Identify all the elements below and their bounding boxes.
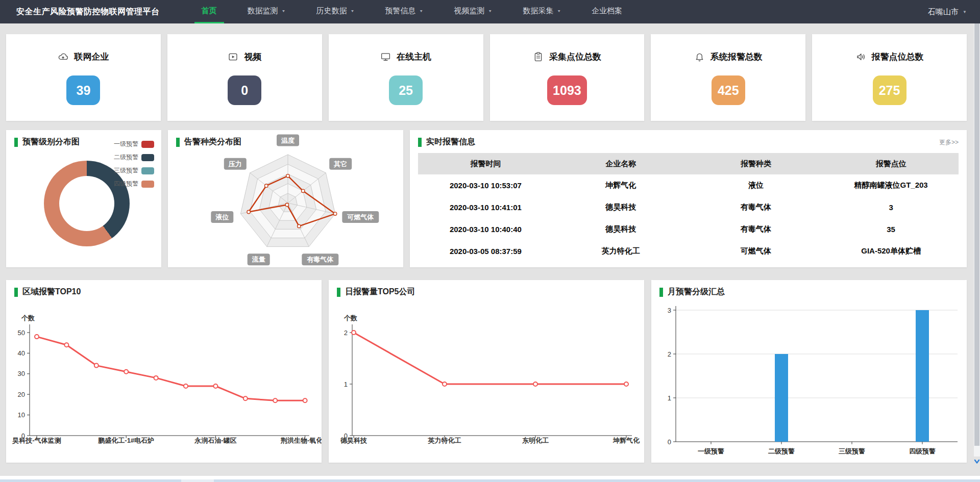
panel-daily-top5: 日报警量TOP5公司 012个数德昊科技英力特化工东明化工坤辉气化 — [329, 280, 644, 463]
bell-icon — [694, 52, 705, 62]
stat-value-badge: 425 — [712, 75, 745, 105]
legend-color-chip — [141, 154, 154, 161]
svg-text:20: 20 — [18, 391, 25, 398]
nav-item-home[interactable]: 首页 — [194, 0, 224, 23]
nav-item-warning-info[interactable]: 预警信息▼ — [378, 0, 430, 23]
svg-text:50: 50 — [18, 329, 25, 337]
alarm-cell: 德昊科技 — [553, 218, 689, 240]
nav-menu: 首页数据监测▼历史数据▼预警信息▼视频监测▼数据采集▼企业档案 — [186, 0, 638, 23]
legend-item[interactable]: 一级预警 — [114, 140, 154, 148]
svg-text:液位: 液位 — [215, 213, 229, 221]
stat-label: 在线主机 — [397, 51, 431, 63]
line-chart-region-top10: 01020304050个数昊科技-气体监测鹏盛化工-1#电石炉永润石油-罐区荆洪… — [14, 299, 313, 450]
svg-text:坤辉气化: 坤辉气化 — [612, 437, 640, 444]
panel-title: 区域报警TOP10 — [14, 287, 313, 297]
stat-card: 系统报警总数425 — [651, 34, 805, 121]
alarm-cell: 2020-03-10 10:53:07 — [418, 174, 553, 196]
svg-text:压力: 压力 — [228, 160, 242, 168]
title-marker — [14, 138, 18, 147]
legend-item[interactable]: 二级预警 — [114, 153, 154, 162]
more-link[interactable]: 更多>> — [939, 138, 959, 147]
nav-item-label: 企业档案 — [592, 6, 622, 16]
alarm-table: 报警时间企业名称报警种类报警点位 2020-03-10 10:53:07坤辉气化… — [418, 153, 959, 262]
stat-value-badge: 1093 — [547, 75, 587, 105]
nav-item-data-monitor[interactable]: 数据监测▼ — [240, 0, 293, 23]
legend-label: 一级预警 — [114, 140, 138, 148]
legend-item[interactable]: 四级预警 — [114, 180, 154, 188]
alarm-col-header: 报警点位 — [823, 153, 959, 174]
panel-title: 告警种类分布图 — [176, 137, 395, 147]
svg-text:0: 0 — [668, 438, 671, 446]
panel-title-text: 实时报警信息 — [426, 137, 475, 147]
alarm-cell: 2020-03-10 10:41:01 — [418, 196, 553, 218]
nav-item-label: 首页 — [202, 6, 217, 16]
alarm-cell: 有毒气体 — [689, 218, 824, 240]
panel-realtime-alarms: 实时报警信息 更多>> 报警时间企业名称报警种类报警点位 2020-03-10 … — [410, 130, 967, 267]
svg-text:可燃气体: 可燃气体 — [347, 213, 374, 221]
alarm-cell: 精醇南罐液位GT_203 — [823, 174, 959, 196]
nav-item-label: 数据采集 — [523, 6, 553, 16]
nav-item-history-data[interactable]: 历史数据▼ — [309, 0, 361, 23]
chevron-down-icon: ▼ — [282, 9, 286, 13]
nav-item-label: 预警信息 — [385, 6, 415, 16]
vertical-scrollbar[interactable] — [974, 23, 980, 456]
alarm-cell: 有毒气体 — [689, 196, 824, 218]
panel-title-text: 月预警分级汇总 — [668, 287, 725, 297]
panel-title-text: 区域报警TOP10 — [22, 287, 81, 297]
alarm-cell: 2020-03-05 08:37:59 — [418, 240, 553, 262]
panel-alarm-type-radar: 告警种类分布图 温度其它可燃气体有毒气体流量液位压力 — [168, 130, 403, 267]
chevron-down-icon: ▼ — [350, 9, 354, 13]
svg-text:个数: 个数 — [21, 314, 35, 322]
svg-text:英力特化工: 英力特化工 — [428, 437, 461, 444]
legend-label: 四级预警 — [114, 180, 138, 188]
alarm-cell: 德昊科技 — [553, 196, 689, 218]
scrollbar-thumb[interactable] — [974, 23, 979, 446]
svg-text:三级预警: 三级预警 — [839, 447, 865, 455]
clipboard-icon — [533, 52, 544, 62]
svg-text:30: 30 — [18, 370, 25, 377]
svg-text:10: 10 — [18, 411, 25, 419]
speaker-icon — [855, 52, 866, 62]
panel-monthly-levels: 月预警分级汇总 0123一级预警二级预警三级预警四级预警 — [651, 280, 967, 463]
bottom-strip-segment — [181, 479, 214, 482]
alarm-table-row: 2020-03-10 10:41:01德昊科技有毒气体3 — [418, 196, 959, 218]
alarm-table-row: 2020-03-10 10:40:40德昊科技有毒气体35 — [418, 218, 959, 240]
panel-title: 日报警量TOP5公司 — [337, 287, 636, 297]
stat-card: 视频0 — [167, 34, 322, 121]
nav-item-label: 历史数据 — [316, 6, 347, 16]
svg-text:其它: 其它 — [333, 160, 347, 168]
panel-warning-level-pie: 预警级别分布图 一级预警二级预警三级预警四级预警 — [6, 130, 161, 267]
alarm-cell: 坤辉气化 — [553, 174, 689, 196]
svg-text:有毒气体: 有毒气体 — [306, 256, 334, 263]
panel-title-text: 预警级别分布图 — [22, 137, 80, 147]
alarm-cell: 35 — [823, 218, 959, 240]
nav-item-video-monitor[interactable]: 视频监测▼ — [447, 0, 499, 23]
legend-label: 三级预警 — [114, 166, 138, 175]
bottom-white-strip — [0, 476, 980, 479]
app-title: 安全生产风险预警防控物联网管理平台 — [16, 7, 160, 17]
svg-text:1: 1 — [344, 380, 348, 388]
stat-value-badge: 0 — [228, 75, 261, 105]
stat-label: 视频 — [244, 51, 261, 63]
alarm-cell: 英力特化工 — [553, 240, 689, 262]
svg-text:40: 40 — [18, 349, 25, 357]
nav-item-enterprise-archive[interactable]: 企业档案 — [584, 0, 629, 23]
svg-text:2: 2 — [668, 350, 671, 358]
chevron-down-icon: ▼ — [963, 10, 967, 14]
stats-row: 联网企业39视频0在线主机25采集点位总数1093系统报警总数425报警点位总数… — [6, 34, 967, 121]
region-selector[interactable]: 石嘴山市 ▼ — [928, 7, 967, 17]
title-marker — [418, 138, 422, 147]
stat-value-badge: 25 — [389, 75, 423, 105]
svg-text:3: 3 — [668, 307, 671, 314]
svg-text:1: 1 — [668, 394, 671, 402]
nav-item-data-collect[interactable]: 数据采集▼ — [516, 0, 568, 23]
monitor-icon — [380, 52, 391, 62]
stat-label: 报警点位总数 — [872, 51, 924, 63]
alarm-cell: 可燃气体 — [689, 240, 824, 262]
svg-text:德昊科技: 德昊科技 — [340, 437, 368, 444]
legend-item[interactable]: 三级预警 — [114, 166, 154, 175]
network-icon — [58, 52, 68, 62]
svg-text:四级预警: 四级预警 — [909, 447, 936, 455]
svg-text:流量: 流量 — [252, 256, 265, 263]
scroll-down-chevron-icon[interactable] — [974, 458, 980, 465]
